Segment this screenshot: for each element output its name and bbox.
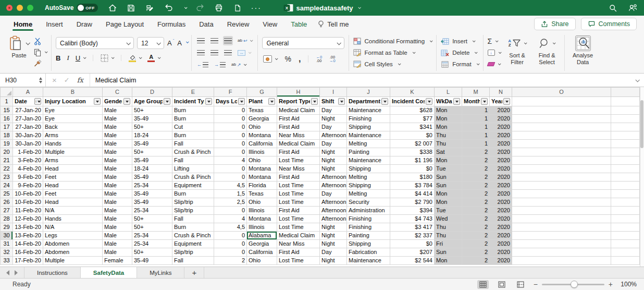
cell[interactable] <box>512 140 611 148</box>
cell[interactable]: Melting <box>347 140 390 148</box>
cell[interactable] <box>512 173 611 182</box>
cell[interactable]: 35-49 <box>132 257 172 265</box>
align-top-button[interactable] <box>196 36 206 45</box>
decrease-font-size-button[interactable]: A <box>177 39 187 47</box>
cell[interactable]: Afternoon <box>320 215 347 223</box>
cell[interactable]: Lost Time <box>277 223 320 232</box>
cell[interactable]: Mon <box>435 106 462 115</box>
cell[interactable]: 2020 <box>490 240 512 248</box>
search-icon[interactable] <box>608 3 618 13</box>
cell[interactable]: Mon <box>435 190 462 198</box>
cell[interactable]: Eye <box>43 106 103 115</box>
cell[interactable]: 25-34 <box>132 207 172 215</box>
cell[interactable]: Night <box>320 165 347 173</box>
scrollbar-thumb[interactable] <box>640 100 643 148</box>
cell[interactable]: Afternoon <box>320 198 347 207</box>
cell[interactable]: Finishing <box>347 223 390 232</box>
column-letter-C[interactable]: C <box>103 88 132 97</box>
clear-button[interactable] <box>488 59 501 69</box>
row-number[interactable]: 27 <box>1 207 13 215</box>
formula-bar-input[interactable]: Medical Claim <box>90 74 634 87</box>
share-button[interactable]: Share <box>534 18 575 30</box>
cell[interactable]: 0 <box>214 240 247 248</box>
italic-button[interactable]: I <box>67 54 69 62</box>
cell[interactable]: $338 <box>390 148 435 156</box>
zoom-window-button[interactable] <box>27 5 33 11</box>
cell[interactable]: Texas <box>247 106 277 115</box>
cell[interactable]: 1 <box>462 115 490 123</box>
active-cell[interactable]: Alabama <box>247 232 277 240</box>
cell[interactable]: Night <box>320 223 347 232</box>
cell[interactable]: 11-Feb-20 <box>13 207 43 215</box>
cell[interactable]: Afternoon <box>320 182 347 190</box>
cell[interactable]: Shipping <box>347 123 390 131</box>
row-number[interactable]: 26 <box>1 198 13 207</box>
cell[interactable]: 0 <box>214 173 247 182</box>
cell[interactable]: Slip/trip <box>172 248 214 257</box>
cell[interactable]: Shipping <box>347 165 390 173</box>
vertical-scrollbar[interactable] <box>640 87 644 267</box>
cell[interactable]: Mon <box>435 156 462 165</box>
cell[interactable]: Male <box>103 140 132 148</box>
row-number[interactable]: 18 <box>1 131 13 140</box>
redo-icon[interactable] <box>195 3 205 13</box>
tab-insert[interactable]: Insert <box>40 17 69 32</box>
cell[interactable]: 2020 <box>490 131 512 140</box>
zoom-in-button[interactable]: + <box>609 281 613 288</box>
cell[interactable] <box>512 223 611 232</box>
cell[interactable]: Day <box>320 123 347 131</box>
cell[interactable]: 1 <box>462 140 490 148</box>
undo-icon[interactable] <box>164 3 174 13</box>
cell[interactable]: Male <box>103 240 132 248</box>
cell[interactable]: Male <box>103 115 132 123</box>
cell[interactable]: Head <box>43 165 103 173</box>
cell[interactable]: Male <box>103 106 132 115</box>
cell[interactable]: 2 <box>214 257 247 265</box>
column-letter-M[interactable]: M <box>462 88 490 97</box>
page-layout-view-button[interactable] <box>496 280 507 289</box>
cell[interactable]: Crush & Pinch <box>172 232 214 240</box>
cell[interactable]: Afternoon <box>320 131 347 140</box>
cell[interactable]: 2020 <box>490 140 512 148</box>
cell[interactable]: Thu <box>435 232 462 240</box>
cell[interactable]: Lost Time <box>277 190 320 198</box>
cell[interactable]: $2 790 <box>390 198 435 207</box>
cell[interactable]: $180 <box>390 173 435 182</box>
cell[interactable]: Security <box>347 198 390 207</box>
cell[interactable]: Male <box>103 173 132 182</box>
fill-button[interactable]: ↓ <box>488 47 501 58</box>
zoom-out-button[interactable]: − <box>534 281 538 288</box>
comma-style-button[interactable]: , <box>298 54 302 64</box>
cell[interactable]: Finishing <box>347 115 390 123</box>
cell[interactable]: Florida <box>247 182 277 190</box>
cell[interactable]: Night <box>320 240 347 248</box>
row-number[interactable]: 22 <box>1 165 13 173</box>
copy-dropdown-icon[interactable] <box>45 50 48 53</box>
cell[interactable]: First Aid <box>277 207 320 215</box>
autosave-switch[interactable]: OFF <box>77 4 98 12</box>
cell[interactable]: 2020 <box>490 215 512 223</box>
autosum-button[interactable]: Σ <box>488 36 501 46</box>
cell[interactable]: 2020 <box>490 248 512 257</box>
cell[interactable]: Maintenance <box>347 156 390 165</box>
paste-dropdown-icon[interactable] <box>26 41 30 45</box>
cell[interactable]: 27-Jan-20 <box>13 123 43 131</box>
cell[interactable]: 0 <box>214 232 247 240</box>
cell[interactable]: Lifting <box>172 165 214 173</box>
cell[interactable]: 4 <box>214 215 247 223</box>
cell[interactable]: 2020 <box>490 182 512 190</box>
save-icon[interactable] <box>126 3 137 13</box>
cell[interactable] <box>512 198 611 207</box>
autosave-toggle[interactable]: AutoSave OFF <box>45 4 98 12</box>
cell[interactable]: 2 <box>462 215 490 223</box>
font-size-select[interactable]: 12 <box>137 37 164 49</box>
cell[interactable]: Lost Time <box>277 156 320 165</box>
filter-dropdown-icon[interactable] <box>238 98 245 105</box>
cell[interactable]: Medical Claim <box>277 232 320 240</box>
cell[interactable]: Illinois <box>247 207 277 215</box>
cell[interactable]: Day <box>320 106 347 115</box>
filter-dropdown-icon[interactable] <box>338 98 345 105</box>
cell[interactable]: Lost Time <box>277 257 320 265</box>
cell[interactable]: $77 <box>390 115 435 123</box>
cell[interactable]: $0 <box>390 240 435 248</box>
